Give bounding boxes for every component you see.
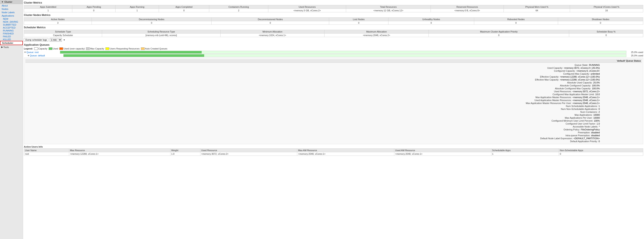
status-label-7: Absolute Configured Capacity: xyxy=(525,84,592,87)
sidebar-sub-killed[interactable]: KILLED xyxy=(0,38,23,41)
user-row: root <memory:12288, vCores:1> 1.0 <memor… xyxy=(24,152,643,156)
status-value-2: <memory:0, vCores:0> xyxy=(576,70,600,72)
sidebar-item-scheduler[interactable]: Scheduler xyxy=(0,41,23,45)
val-used-resources: <memory:3 GB, vCores:2> xyxy=(268,9,346,12)
status-value-10: 10.0 xyxy=(595,93,600,96)
queue-root-bar xyxy=(60,51,626,54)
sidebar-sub-new-saving[interactable]: NEW_SAVING xyxy=(0,20,23,23)
val-scheduler-busy: 0 xyxy=(569,34,643,37)
queue-root-arrow[interactable]: ▼ xyxy=(24,51,26,54)
sidebar-sub-accepted[interactable]: ACCEPTED xyxy=(0,26,23,29)
legend-max-label: Max Capacity xyxy=(90,48,104,50)
status-row-22: Ordering Policy: FifoOrderingPolicy xyxy=(514,128,600,131)
sidebar-item-nodes[interactable]: Nodes xyxy=(0,7,23,11)
queue-root-row: ▼ Queue: root 25.0% used xyxy=(24,50,643,54)
queue-default-label[interactable]: Queue: default xyxy=(30,54,63,57)
status-row-17: Max Applications: 10000 xyxy=(526,114,600,116)
legend-requesting-label: Users Requesting Resources xyxy=(110,48,140,50)
status-value-3: unlimited xyxy=(590,72,600,75)
user-non-schedulable-apps: 0 xyxy=(559,152,643,156)
legend-requesting: Users Requesting Resources xyxy=(106,48,140,50)
col-decommissioned-nodes: Decommissioned Nodes xyxy=(212,18,329,21)
sidebar-item-about[interactable]: About xyxy=(0,4,23,7)
status-row-11: Max Application Master Resources: <memor… xyxy=(506,96,600,99)
status-row-1: Used Capacity: <memory:3072, vCores:2> (… xyxy=(497,66,600,70)
col-max-resource: Max Resource xyxy=(69,149,170,152)
status-label-25: Default Node Label Expression: xyxy=(506,137,574,140)
sidebar-tools[interactable]: ▶ Tools xyxy=(0,45,23,49)
dump-interval-select[interactable]: 1 min 5 min 10 min xyxy=(50,38,62,42)
col-used-resource: Used Resource xyxy=(200,149,297,152)
col-user-name: User Name xyxy=(24,149,69,152)
col-non-schedulable-apps: Non-Schedulable Apps xyxy=(559,149,643,152)
status-row-26: Default Application Priority: 0 xyxy=(532,140,600,143)
status-label-9: Used Resources: xyxy=(506,90,572,93)
status-row-2: Configured Capacity: <memory:0, vCores:0… xyxy=(509,70,600,72)
active-users-table: User Name Max Resource Weight Used Resou… xyxy=(24,148,643,156)
queue-root-label[interactable]: Queue: root xyxy=(26,51,60,54)
status-value-1: <memory:3072, vCores:2> (25.0%) xyxy=(564,67,600,69)
status-row-8: Absolute Configured Max Capacity: 100.0% xyxy=(525,87,600,90)
legend-max-capacity: Max Capacity xyxy=(86,48,104,50)
queue-legend: Legend: Capacity Used Used (over capacit… xyxy=(24,48,643,50)
status-row-23: Preemption: disabled xyxy=(524,131,600,134)
status-value-4: <memory:12288, vCores:12> (100.0%) xyxy=(560,76,600,78)
col-max-priority: Maximum Cluster Application Priority xyxy=(428,30,569,34)
user-name: root xyxy=(24,152,69,156)
col-scheduler-type: Scheduler Type xyxy=(24,30,102,34)
col-decommissioning-nodes: Decommissioning Nodes xyxy=(92,18,212,21)
status-value-22: FifoOrderingPolicy xyxy=(581,128,600,131)
dump-scheduler-section: Dump scheduler logs 1 min 5 min 10 min ▼ xyxy=(24,38,643,42)
status-row-4: Effective Capacity: <memory:12288, vCore… xyxy=(493,75,600,78)
sidebar-item-node-labels[interactable]: Node Labels xyxy=(0,11,23,14)
queue-root-percent: 25.0% used xyxy=(626,51,643,54)
status-label-24: Intra-queue Preemption: xyxy=(524,134,591,137)
sidebar: ▼ Cluster About Nodes Node Labels Applic… xyxy=(0,0,23,239)
status-row-0: Queue State: RUNNING xyxy=(522,64,600,66)
status-value-18: 10000 xyxy=(593,116,600,119)
legend-auto-label: Auto Created Queues xyxy=(145,48,167,50)
sidebar-sub-failed[interactable]: FAILED xyxy=(0,35,23,38)
status-value-6: 25.0% xyxy=(593,81,600,84)
status-label-8: Absolute Configured Max Capacity: xyxy=(525,87,592,90)
status-value-0: RUNNING xyxy=(589,64,600,66)
app-queues-header: Application Queues xyxy=(24,42,643,47)
val-decommissioning-nodes: 0 xyxy=(92,21,212,25)
legend-used-box xyxy=(49,48,52,50)
col-apps-submitted: Apps Submitted xyxy=(24,5,72,9)
cluster-header[interactable]: ▼ Cluster xyxy=(0,0,23,4)
status-label-12: Used Application Master Resources: xyxy=(506,99,572,102)
cluster-metrics-header: Cluster Metrics xyxy=(24,1,643,4)
legend-capacity: Capacity xyxy=(34,48,48,50)
val-apps-running: 1 xyxy=(115,9,159,12)
cluster-metrics-table: Apps Submitted Apps Pending Apps Running… xyxy=(24,5,643,12)
status-row-5: Effective Max Capacity: <memory:12288, v… xyxy=(493,78,600,81)
dump-scheduler-button[interactable]: Dump scheduler logs xyxy=(24,38,48,42)
queue-default-arrow[interactable]: ▼ xyxy=(27,54,30,57)
col-schedulable-apps: Schedulable Apps xyxy=(491,149,559,152)
col-phys-vcores: Physical VCores Used % xyxy=(570,5,643,9)
val-decommissioned-nodes: 0 xyxy=(212,21,329,25)
status-value-9: <memory:3072, vCores:2> xyxy=(572,90,600,93)
sidebar-sub-finished[interactable]: FINISHED xyxy=(0,32,23,35)
user-used-am-resource: <memory:2048, vCores:1> xyxy=(394,152,491,156)
val-max-allocation: <memory:2048, vCores:2> xyxy=(324,34,428,37)
sidebar-sub-submitted[interactable]: SUBMITTED xyxy=(0,23,23,26)
cluster-nodes-table: Active Nodes Decommissioning Nodes Decom… xyxy=(24,18,643,25)
status-label-17: Max Applications: xyxy=(526,114,593,116)
legend-auto-created: Auto Created Queues xyxy=(141,48,167,50)
sidebar-sub-running[interactable]: RUNNING xyxy=(0,29,23,32)
legend-over-box xyxy=(59,48,63,50)
status-row-16: Num Containers: 2 xyxy=(532,110,600,114)
legend-capacity-box xyxy=(34,48,38,50)
sidebar-sub-new[interactable]: NEW xyxy=(0,18,23,20)
status-label-0: Queue State: xyxy=(522,64,589,66)
col-used-am-resource: Used AM Resource xyxy=(394,149,491,152)
status-label-23: Preemption: xyxy=(524,131,591,134)
sidebar-item-applications[interactable]: Applications xyxy=(0,14,23,18)
scheduler-metrics-header: Scheduler Metrics xyxy=(24,26,643,29)
col-used-resources: Used Resources xyxy=(268,5,346,9)
legend-used-label: Used xyxy=(53,48,58,50)
status-label-4: Effective Capacity: xyxy=(493,76,560,78)
col-max-am-resource: Max AM Resource xyxy=(297,149,394,152)
